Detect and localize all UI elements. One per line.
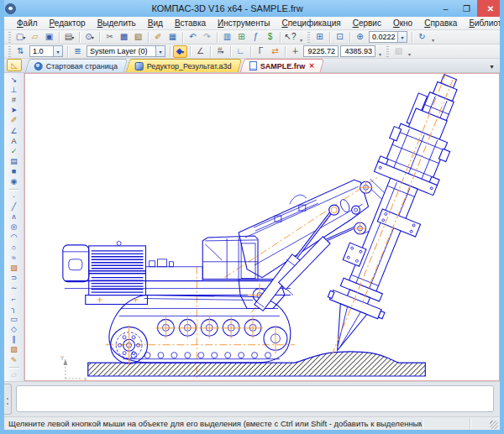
coordinates-icon[interactable]: ∔ bbox=[288, 45, 302, 58]
coord-y-field[interactable]: 4385.93 bbox=[340, 45, 375, 57]
menu-editor[interactable]: Редактор bbox=[44, 18, 92, 29]
local-axes-button[interactable]: ∟ bbox=[234, 45, 248, 58]
tab-list-dropdown[interactable]: ▼ bbox=[487, 64, 496, 72]
toolbar-overflow-chevron[interactable]: ▾ bbox=[297, 31, 305, 43]
tool-spline[interactable]: ≈ bbox=[7, 253, 22, 263]
selection-filter-button[interactable]: ▧ bbox=[391, 45, 406, 58]
library-manager-button[interactable]: ▥ bbox=[220, 31, 234, 44]
separator bbox=[329, 32, 330, 43]
step-combo[interactable]: 1.0▾ bbox=[29, 45, 63, 57]
compact-panel-toggle-button[interactable]: ◺ bbox=[7, 59, 22, 71]
menu-tools[interactable]: Инструменты bbox=[212, 18, 276, 29]
menu-insert[interactable]: Вставка bbox=[169, 18, 212, 29]
toolbar-grip bbox=[8, 32, 11, 43]
menu-libraries[interactable]: Библиотеки bbox=[463, 18, 504, 29]
refresh-view-button[interactable]: ↻ bbox=[415, 31, 429, 44]
menu-specification[interactable]: Спецификация bbox=[276, 18, 346, 29]
property-bar-handle[interactable] bbox=[4, 384, 12, 415]
tool-sheet[interactable]: ▤ bbox=[7, 157, 22, 167]
tool-macro[interactable]: ▱ bbox=[7, 369, 22, 379]
coord-x-field[interactable]: 9225.72 bbox=[303, 45, 339, 57]
tool-ellipse[interactable]: ○ bbox=[7, 243, 22, 253]
units-button[interactable]: $ bbox=[263, 31, 277, 44]
menu-file[interactable]: Файл bbox=[11, 18, 44, 29]
save-button[interactable]: ▣ bbox=[42, 31, 56, 44]
redo-button[interactable]: ↷ bbox=[200, 31, 214, 44]
tab-sample-frw[interactable]: SAMPLE.frw ✕ bbox=[240, 59, 325, 72]
scale-combo[interactable]: 0.0222▾ bbox=[369, 31, 407, 43]
tool-circle[interactable]: ◎ bbox=[7, 222, 22, 233]
ortho-button[interactable]: Г bbox=[254, 45, 268, 58]
grid-button[interactable]: #▾ bbox=[213, 45, 228, 58]
toolbar-overflow-chevron[interactable]: ▾ bbox=[376, 45, 384, 57]
menu-view[interactable]: Вид bbox=[142, 18, 169, 29]
tool-check[interactable]: ✓ bbox=[7, 146, 22, 156]
property-panel-area[interactable] bbox=[16, 385, 494, 412]
undo-button[interactable]: ↶ bbox=[186, 31, 200, 44]
tool-offset[interactable]: ⊃ bbox=[7, 274, 22, 284]
resize-grip[interactable] bbox=[490, 421, 498, 429]
tool-measure[interactable]: ✐ bbox=[7, 116, 22, 126]
toolbar-overflow-chevron[interactable]: ▾ bbox=[429, 31, 437, 43]
tool-hatch-lines[interactable]: ∥ bbox=[7, 335, 22, 345]
menu-select[interactable]: Выделить bbox=[92, 18, 142, 29]
snap-step-button[interactable]: ⇅ bbox=[13, 45, 28, 58]
start-page-icon bbox=[34, 62, 43, 71]
tool-point[interactable]: · bbox=[7, 191, 22, 201]
drawing-canvas[interactable]: Y x bbox=[24, 73, 500, 381]
snaps-button[interactable]: ◆▾ bbox=[173, 45, 187, 58]
layers-button[interactable]: ≣ bbox=[71, 45, 85, 58]
tool-solid-ellipse[interactable]: ◉ bbox=[7, 177, 22, 187]
copy-button[interactable]: ▩ bbox=[117, 31, 131, 44]
zoom-select-button[interactable]: ⊡ bbox=[333, 31, 347, 44]
tool-angle[interactable]: ∠ bbox=[7, 126, 22, 136]
tab-reduktor-model[interactable]: Редуктор_Результат.a3d bbox=[126, 59, 242, 72]
new-document-button[interactable]: ▢▾ bbox=[13, 31, 28, 44]
menu-service[interactable]: Сервис bbox=[347, 18, 387, 29]
layer-combo[interactable]: System Layer (0)▾ bbox=[87, 45, 165, 57]
maximize-button[interactable]: ❐ bbox=[456, 0, 477, 17]
zoom-area-button[interactable]: ⊞ bbox=[312, 31, 327, 44]
tool-rectangle[interactable]: ▭ bbox=[7, 314, 22, 324]
print-button[interactable]: ▤▾ bbox=[62, 31, 76, 44]
properties-button[interactable]: ▦ bbox=[165, 31, 180, 44]
tool-snap[interactable]: ⊥ bbox=[7, 85, 22, 95]
cut-button[interactable]: ✂ bbox=[102, 31, 117, 44]
tool-fill[interactable]: ▨ bbox=[7, 345, 22, 355]
tool-arc[interactable]: ◠ bbox=[7, 233, 22, 243]
tool-solid-rect[interactable]: ■ bbox=[7, 167, 22, 177]
fx-button[interactable]: ƒ bbox=[249, 31, 263, 44]
context-help-button[interactable]: ↖? bbox=[283, 31, 297, 44]
tool-brush[interactable]: ✎ bbox=[7, 355, 22, 365]
roundoff-button[interactable]: ⇄ bbox=[268, 45, 282, 58]
minimize-button[interactable]: – bbox=[435, 0, 456, 17]
tool-arrow[interactable]: ➤ bbox=[7, 106, 22, 116]
menu-window[interactable]: Окно bbox=[387, 18, 418, 29]
tool-hatch-region[interactable]: ▧ bbox=[7, 263, 22, 273]
tool-edit[interactable]: ↘ bbox=[7, 75, 22, 85]
toolbar-overflow-chevron[interactable]: ▾ bbox=[406, 45, 413, 57]
open-button[interactable]: ▱ bbox=[28, 31, 42, 44]
tool-chamfer[interactable]: ⌐ bbox=[7, 294, 22, 304]
angle-snap-button[interactable]: ∠ bbox=[193, 45, 207, 58]
variables-button[interactable]: ⊞ bbox=[234, 31, 249, 44]
tab-start-page[interactable]: Стартовая страница bbox=[25, 59, 129, 72]
close-button[interactable]: ✕ bbox=[477, 0, 504, 17]
separator bbox=[250, 46, 251, 57]
tab-close-icon[interactable]: ✕ bbox=[308, 62, 314, 70]
tool-polygon[interactable]: ◇ bbox=[7, 325, 22, 335]
paste-button[interactable]: ▧ bbox=[131, 31, 145, 44]
menu-help[interactable]: Справка bbox=[418, 18, 463, 29]
separator bbox=[182, 32, 183, 43]
preview-button[interactable]: ⊙▾ bbox=[82, 31, 97, 44]
tool-polyline[interactable]: ʌ bbox=[7, 212, 22, 222]
tool-grid[interactable]: # bbox=[7, 95, 22, 105]
tool-text[interactable]: A bbox=[7, 136, 22, 146]
tool-fillet[interactable]: ╮ bbox=[7, 304, 22, 314]
tool-line[interactable]: ╱ bbox=[7, 201, 22, 212]
tool-curve[interactable]: ∼ bbox=[7, 284, 22, 294]
status-message: Щелкните левой кнопкой мыши на объекте д… bbox=[8, 419, 422, 428]
zoom-in-button[interactable]: ⊕ bbox=[353, 31, 367, 44]
tab-label: Стартовая страница bbox=[46, 62, 118, 71]
copy-properties-button[interactable]: ✐ bbox=[151, 31, 165, 44]
